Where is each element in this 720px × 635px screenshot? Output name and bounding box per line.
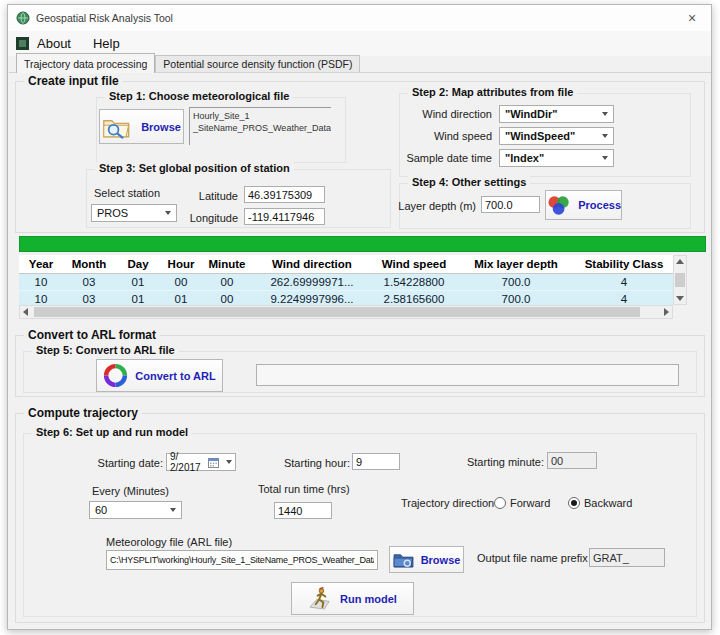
window-title: Geospatial Risk Analysis Tool: [36, 12, 173, 24]
forward-radio-label[interactable]: Forward: [510, 497, 550, 509]
col-minute: Minute: [201, 255, 253, 274]
col-month: Month: [63, 255, 115, 274]
chevron-down-icon: [602, 156, 608, 160]
backward-radio-label[interactable]: Backward: [584, 497, 632, 509]
compute-title: Compute trajectory: [24, 406, 142, 420]
output-prefix-field[interactable]: [589, 548, 665, 567]
sample-date-time-select[interactable]: "Index": [499, 149, 614, 167]
group-title: Create input file: [24, 74, 123, 88]
convert-title: Convert to ARL format: [24, 328, 160, 342]
every-minutes-label: Every (Minutes): [92, 485, 169, 497]
wind-speed-value: "WindSpeed": [505, 130, 598, 142]
menu-help[interactable]: Help: [89, 34, 124, 53]
selected-file-panel: Hourly_Site_1 _SiteName_PROS_Weather_Dat…: [189, 107, 331, 145]
cell: 00: [161, 274, 201, 291]
about-menu-icon: [16, 37, 29, 50]
total-run-time-label: Total run time (hrs): [258, 483, 350, 495]
longitude-field[interactable]: [244, 208, 325, 225]
browse-met-file-button[interactable]: Browse: [99, 109, 184, 144]
col-wind-direction: Wind direction: [253, 255, 371, 274]
starting-minute-label: Starting minute:: [444, 456, 544, 468]
vscroll-thumb[interactable]: [675, 273, 685, 287]
app-icon: [16, 11, 30, 25]
run-model-label: Run model: [340, 593, 397, 605]
chevron-down-icon: [602, 112, 608, 116]
wind-direction-value: "WindDir": [505, 108, 598, 120]
browse-arl-file-button[interactable]: Browse: [389, 546, 464, 573]
cell: 4: [575, 274, 673, 291]
starting-date-picker[interactable]: 9/ 2/2017: [166, 453, 236, 471]
layer-depth-label: Layer depth (m): [376, 200, 476, 212]
col-wind-speed: Wind speed: [371, 255, 457, 274]
process-progress-bar: [19, 236, 706, 252]
app-window: Geospatial Risk Analysis Tool × About He…: [7, 4, 712, 630]
longitude-label: Longitude: [138, 212, 238, 224]
step4-title: Step 4: Other settings: [408, 176, 530, 188]
starting-date-value: 9/ 2/2017: [170, 451, 205, 473]
browse-arl-label: Browse: [421, 554, 461, 566]
every-minutes-value: 60: [95, 504, 166, 516]
cell: 03: [63, 274, 115, 291]
wind-speed-label: Wind speed: [392, 130, 492, 142]
scroll-down-icon[interactable]: [676, 296, 684, 301]
col-year: Year: [19, 255, 63, 274]
step6-title: Step 6: Set up and run model: [32, 426, 192, 438]
convert-to-arl-button[interactable]: Convert to ARL: [96, 359, 223, 392]
col-mix-layer-depth: Mix layer depth: [457, 255, 575, 274]
blue-folder-search-icon: [393, 552, 414, 568]
cell: 01: [115, 274, 161, 291]
run-model-button[interactable]: Run model: [291, 582, 414, 615]
folder-search-icon: [102, 114, 134, 140]
backward-radio[interactable]: [568, 497, 580, 509]
hscroll-thumb[interactable]: [34, 307, 640, 317]
file-name-line1: Hourly_Site_1: [193, 110, 331, 122]
process-button[interactable]: Process: [545, 190, 622, 220]
col-stability-class: Stability Class: [575, 255, 673, 274]
rgb-circles-icon: [546, 194, 571, 217]
close-icon[interactable]: ×: [673, 5, 711, 31]
col-hour: Hour: [161, 255, 201, 274]
wind-direction-label: Wind direction: [392, 108, 492, 120]
starting-hour-field[interactable]: [352, 453, 400, 470]
wind-direction-select[interactable]: "WindDir": [499, 105, 614, 123]
table-vertical-scrollbar[interactable]: [673, 255, 687, 305]
step3-title: Step 3: Set global position of station: [95, 162, 294, 174]
col-day: Day: [115, 255, 161, 274]
forward-radio[interactable]: [494, 497, 506, 509]
scroll-left-icon[interactable]: [23, 308, 28, 316]
trajectory-direction-label: Trajectory direction: [401, 497, 494, 509]
chevron-down-icon: [602, 134, 608, 138]
convert-label: Convert to ARL: [135, 370, 215, 382]
chevron-down-icon: [226, 460, 232, 464]
color-wheel-icon: [103, 363, 128, 388]
chevron-down-icon: [170, 508, 176, 512]
tab-psdf[interactable]: Potential source density function (PSDF): [155, 55, 360, 73]
latitude-field[interactable]: [244, 186, 325, 203]
table-row[interactable]: 10 03 01 00 00 262.69999971... 1.5422880…: [19, 274, 673, 291]
wind-speed-select[interactable]: "WindSpeed": [499, 127, 614, 145]
every-minutes-select[interactable]: 60: [89, 501, 182, 519]
output-prefix-label: Output file name prefix: [477, 552, 588, 564]
table-horizontal-scrollbar[interactable]: [19, 305, 673, 319]
cell: 10: [19, 274, 63, 291]
scroll-up-icon[interactable]: [676, 259, 684, 264]
starting-hour-label: Starting hour:: [250, 457, 350, 469]
table-header-row: Year Month Day Hour Minute Wind directio…: [19, 255, 673, 274]
met-file-field[interactable]: [106, 550, 378, 570]
starting-minute-field[interactable]: [547, 452, 597, 469]
tab-trajectory-data-processing[interactable]: Trajectory data processing: [16, 53, 155, 73]
scroll-right-icon[interactable]: [664, 308, 669, 316]
menu-about[interactable]: About: [33, 34, 75, 53]
process-label: Process: [578, 199, 621, 211]
met-file-label: Meteorology file (ARL file): [106, 536, 232, 548]
cell: 1.54228800: [371, 274, 457, 291]
total-run-time-field[interactable]: [274, 502, 332, 519]
tab-strip: Trajectory data processing Potential sou…: [16, 55, 360, 73]
weather-data-table: Year Month Day Hour Minute Wind directio…: [19, 255, 673, 308]
step5-title: Step 5: Convert to ARL file: [32, 344, 179, 356]
cell: 262.69999971...: [253, 274, 371, 291]
step1-title: Step 1: Choose meteorological file: [105, 90, 293, 102]
title-bar: Geospatial Risk Analysis Tool ×: [8, 5, 711, 31]
sample-date-time-label: Sample date time: [392, 152, 492, 164]
layer-depth-field[interactable]: [481, 196, 540, 213]
